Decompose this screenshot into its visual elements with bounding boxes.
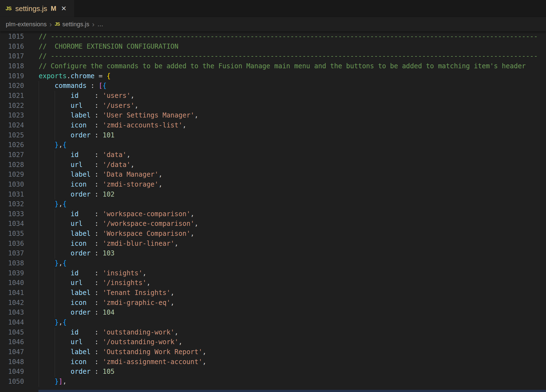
code-text: icon : 'zmdi-graphic-eq', <box>24 298 546 308</box>
code-line[interactable]: 1048 icon : 'zmdi-assignment-account', <box>0 357 546 367</box>
code-line[interactable]: 1045 id : 'outstanding-work', <box>0 328 546 338</box>
code-line[interactable]: 1028 url : '/data', <box>0 160 546 170</box>
line-number: 1031 <box>0 190 24 200</box>
indent-guide <box>55 308 55 318</box>
code-text: url : '/data', <box>24 160 546 170</box>
code-text: order : 104 <box>24 308 546 318</box>
indent-guide <box>55 170 55 180</box>
code-line[interactable]: 1017// ---------------------------------… <box>0 51 546 61</box>
code-line[interactable]: 1016// CHOROME EXTENSION CONFIGURATION <box>0 42 546 52</box>
code-text: },{ <box>24 258 546 268</box>
code-line[interactable]: 1015// ---------------------------------… <box>0 32 546 42</box>
line-number: 1037 <box>0 249 24 258</box>
code-line[interactable]: 1039 id : 'insights', <box>0 268 546 278</box>
line-number: 1045 <box>0 328 24 338</box>
indent-guide <box>39 140 39 150</box>
code-text: // -------------------------------------… <box>24 32 546 42</box>
code-line[interactable]: 1050 }], <box>0 377 546 387</box>
code-line[interactable]: 1019exports.chrome = { <box>0 71 546 81</box>
code-line[interactable]: 1040 url : '/insights', <box>0 278 546 288</box>
code-text: }], <box>24 377 546 387</box>
indent-guide <box>39 190 39 200</box>
code-line[interactable]: 1031 order : 102 <box>0 190 546 200</box>
line-number: 1030 <box>0 180 24 190</box>
indent-guide <box>55 209 55 219</box>
chevron-right-icon: › <box>92 21 95 28</box>
line-number: 1042 <box>0 298 24 308</box>
code-text: },{ <box>24 199 546 209</box>
indent-guide <box>55 229 55 239</box>
code-line[interactable]: 1034 url : '/workspace-comparison', <box>0 219 546 229</box>
indent-guide <box>55 367 55 377</box>
line-number: 1038 <box>0 258 24 268</box>
indent-guide <box>39 377 39 387</box>
code-line[interactable]: 1047 label : 'Outstanding Work Report', <box>0 347 546 357</box>
code-text: },{ <box>24 318 546 328</box>
line-number: 1046 <box>0 337 24 347</box>
code-text: label : 'User Settings Manager', <box>24 111 546 121</box>
code-line[interactable]: 1023 label : 'User Settings Manager', <box>0 111 546 121</box>
code-line[interactable]: 1026 },{ <box>0 140 546 150</box>
indent-guide <box>55 357 55 367</box>
indent-guide <box>39 91 39 101</box>
line-number: 1039 <box>0 268 24 278</box>
code-line[interactable]: 1032 },{ <box>0 199 546 209</box>
code-line[interactable]: 1046 url : '/outstanding-work', <box>0 337 546 347</box>
indent-guide <box>39 288 39 298</box>
code-line[interactable]: 1029 label : 'Data Manager', <box>0 170 546 180</box>
code-line[interactable]: 1042 icon : 'zmdi-graphic-eq', <box>0 298 546 308</box>
line-number: 1023 <box>0 111 24 121</box>
code-line[interactable]: 1044 },{ <box>0 318 546 328</box>
code-line[interactable]: 1038 },{ <box>0 258 546 268</box>
code-text: commands : [{ <box>24 81 546 91</box>
code-line[interactable]: 1036 icon : 'zmdi-blur-linear', <box>0 239 546 249</box>
code-text: // -------------------------------------… <box>24 51 546 61</box>
line-number: 1025 <box>0 130 24 140</box>
code-text: id : 'users', <box>24 91 546 101</box>
code-line[interactable]: 1033 id : 'workspace-comparison', <box>0 209 546 219</box>
code-line[interactable]: 1041 label : 'Tenant Insights', <box>0 288 546 298</box>
breadcrumb-file[interactable]: settings.js <box>62 21 89 28</box>
code-editor[interactable]: 1015// ---------------------------------… <box>0 31 546 392</box>
indent-guide <box>39 278 39 288</box>
indent-guide <box>55 150 55 160</box>
line-number: 1034 <box>0 219 24 229</box>
indent-guide <box>39 318 39 328</box>
breadcrumb: plm-extensions › JS settings.js › … <box>0 17 546 31</box>
code-text: order : 105 <box>24 367 546 377</box>
code-line[interactable]: 1030 icon : 'zmdi-storage', <box>0 180 546 190</box>
indent-guide <box>55 160 55 170</box>
breadcrumb-more[interactable]: … <box>97 21 103 28</box>
code-line[interactable]: 1018// Configure the commands to be adde… <box>0 61 546 71</box>
indent-guide <box>55 111 55 121</box>
indent-guide <box>39 308 39 318</box>
code-line[interactable]: 1021 id : 'users', <box>0 91 546 101</box>
indent-guide <box>55 328 55 338</box>
breadcrumb-folder[interactable]: plm-extensions <box>6 21 47 28</box>
code-line[interactable]: 1043 order : 104 <box>0 308 546 318</box>
code-text: icon : 'zmdi-assignment-account', <box>24 357 546 367</box>
close-icon[interactable]: ✕ <box>61 5 67 12</box>
code-text: url : '/outstanding-work', <box>24 337 546 347</box>
code-text: label : 'Data Manager', <box>24 170 546 180</box>
line-number: 1028 <box>0 160 24 170</box>
code-line[interactable]: 1020 commands : [{ <box>0 81 546 91</box>
code-text: id : 'outstanding-work', <box>24 328 546 338</box>
indent-guide <box>55 91 55 101</box>
indent-guide <box>39 81 39 91</box>
indent-guide <box>39 249 39 258</box>
vscode-window: JS settings.js M ✕ plm-extensions › JS s… <box>0 0 546 392</box>
code-line[interactable]: 1035 label : 'Workspace Comparison', <box>0 229 546 239</box>
code-line[interactable]: 1024 icon : 'zmdi-accounts-list', <box>0 121 546 130</box>
indent-guide <box>55 347 55 357</box>
code-line[interactable]: 1037 order : 103 <box>0 249 546 258</box>
indent-guide <box>55 337 55 347</box>
code-line[interactable]: 1027 id : 'data', <box>0 150 546 160</box>
code-line[interactable]: 1022 url : '/users', <box>0 101 546 111</box>
indent-guide <box>39 209 39 219</box>
code-line[interactable]: 1049 order : 105 <box>0 367 546 377</box>
indent-guide <box>39 239 39 249</box>
tab-bar: JS settings.js M ✕ <box>0 0 546 17</box>
tab-settings-js[interactable]: JS settings.js M ✕ <box>0 0 74 17</box>
code-line[interactable]: 1025 order : 101 <box>0 130 546 140</box>
